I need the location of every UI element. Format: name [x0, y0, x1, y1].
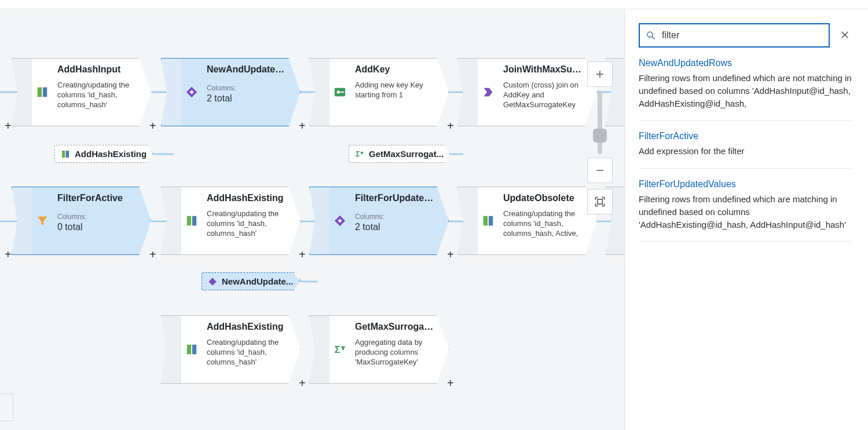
- node-input-stub: [457, 58, 478, 126]
- result-title[interactable]: FilterForActive: [639, 131, 852, 141]
- node-title: NewAndUpdated...: [207, 64, 287, 75]
- result-title[interactable]: NewAndUpdatedRows: [639, 58, 852, 68]
- node-update-obsolete[interactable]: UpdateObsolete Creating/updating the col…: [457, 187, 597, 255]
- result-desc: Add expression for the filter: [639, 145, 852, 158]
- add-branch-button[interactable]: +: [5, 119, 12, 133]
- node-add-hash-input[interactable]: AddHashInput Creating/updating the colum…: [12, 58, 151, 126]
- node-title: AddHashExisting: [207, 322, 287, 332]
- close-icon: [840, 30, 849, 39]
- ref-get-max-surrogate[interactable]: Σ GetMaxSurrogat...: [349, 145, 450, 163]
- exists-icon: [334, 214, 346, 227]
- derived-column-icon: [61, 150, 70, 159]
- node-new-and-updated-rows[interactable]: NewAndUpdated... Columns: 2 total: [161, 58, 301, 126]
- node-title: AddKey: [355, 64, 435, 75]
- svg-marker-21: [341, 347, 345, 351]
- node-title: FilterForUpdatedV...: [355, 193, 435, 203]
- node-desc: Custom (cross) join on AddKey and GetMax…: [503, 81, 584, 110]
- columns-label: Columns:: [57, 213, 138, 221]
- dataflow-canvas[interactable]: AddHashInput Creating/updating the colum…: [0, 9, 625, 430]
- search-icon: [646, 30, 656, 41]
- exists-icon: [185, 86, 198, 99]
- filter-icon: [36, 214, 49, 227]
- node-title: AddHashExisting: [207, 193, 287, 203]
- zoom-out-button[interactable]: [587, 158, 613, 183]
- add-branch-button[interactable]: +: [149, 119, 156, 133]
- node-input-stub: [457, 187, 478, 255]
- node-title: GetMaxSurrogate...: [355, 322, 435, 332]
- search-input[interactable]: [661, 30, 823, 41]
- add-branch-button[interactable]: +: [5, 248, 12, 261]
- svg-point-3: [190, 90, 193, 94]
- node-filter-for-active[interactable]: FilterForActive Columns: 0 total: [12, 187, 151, 255]
- search-result[interactable]: FilterForUpdatedValues Filtering rows fr…: [639, 169, 852, 242]
- svg-marker-10: [360, 152, 363, 155]
- add-branch-button[interactable]: +: [447, 119, 454, 133]
- result-desc: Filtering rows from undefined which are …: [639, 193, 852, 231]
- node-get-max-surrogate[interactable]: Σ GetMaxSurrogate... Aggregating data by…: [309, 315, 449, 384]
- search-box[interactable]: [639, 23, 830, 48]
- node-add-hash-existing-2[interactable]: AddHashExisting Creating/updating the co…: [161, 315, 301, 384]
- svg-marker-15: [208, 278, 216, 285]
- ref-new-and-updated[interactable]: NewAndUpdate...: [202, 272, 299, 290]
- close-panel-button[interactable]: [838, 27, 852, 43]
- node-add-key[interactable]: AddKey Adding new key Key starting from …: [309, 58, 449, 126]
- svg-rect-18: [187, 345, 191, 355]
- node-input-stub: [161, 315, 181, 384]
- node-input-stub: [161, 58, 181, 126]
- node-title: JoinWithMaxSurr...: [503, 64, 584, 75]
- derived-column-icon: [185, 214, 198, 227]
- svg-rect-23: [598, 199, 602, 204]
- node-input-stub: [12, 58, 32, 126]
- svg-rect-19: [192, 345, 196, 355]
- svg-rect-4: [62, 151, 65, 158]
- svg-text:Σ: Σ: [335, 344, 340, 355]
- svg-line-25: [652, 37, 655, 39]
- node-desc: Creating/updating the columns 'id_hash, …: [207, 338, 287, 367]
- fit-screen-icon: [594, 196, 606, 207]
- search-result[interactable]: FilterForActive Add expression for the f…: [639, 121, 852, 169]
- search-result[interactable]: NewAndUpdatedRows Filtering rows from un…: [639, 48, 852, 121]
- aggregate-icon: Σ: [355, 150, 364, 159]
- node-input-stub: [309, 58, 329, 126]
- join-icon: [482, 86, 495, 99]
- zoom-fit-button[interactable]: [587, 189, 613, 214]
- svg-point-7: [337, 90, 340, 94]
- zoom-slider-thumb[interactable]: [593, 129, 607, 143]
- result-title[interactable]: FilterForUpdatedValues: [639, 179, 852, 190]
- node-filter-for-updated-values[interactable]: FilterForUpdatedV... Columns: 2 total: [309, 187, 449, 255]
- svg-point-14: [338, 219, 342, 223]
- node-title: AddHashInput: [57, 64, 138, 75]
- derived-column-icon: [185, 343, 198, 356]
- svg-rect-1: [43, 88, 47, 97]
- add-branch-button[interactable]: +: [447, 248, 454, 261]
- node-title: FilterForActive: [57, 193, 138, 203]
- node-input-stub: [309, 315, 329, 384]
- zoom-in-button[interactable]: [587, 61, 613, 87]
- zoom-slider-track[interactable]: [598, 90, 602, 154]
- svg-text:Σ: Σ: [356, 150, 360, 158]
- ref-add-hash-existing[interactable]: AddHashExisting: [54, 145, 153, 163]
- exists-icon: [208, 277, 217, 286]
- add-branch-button[interactable]: +: [299, 248, 306, 261]
- svg-rect-0: [38, 88, 42, 97]
- svg-rect-17: [489, 216, 493, 226]
- svg-point-24: [647, 32, 653, 37]
- node-add-hash-existing[interactable]: AddHashExisting Creating/updating the co…: [161, 187, 301, 255]
- add-branch-button[interactable]: +: [299, 377, 306, 390]
- svg-rect-5: [66, 151, 69, 158]
- columns-count: 0 total: [57, 222, 138, 232]
- search-panel: NewAndUpdatedRows Filtering rows from un…: [625, 9, 868, 430]
- columns-count: 2 total: [207, 93, 287, 104]
- node-desc: Creating/updating the columns 'id_hash, …: [503, 209, 584, 239]
- add-branch-button[interactable]: +: [299, 119, 306, 133]
- add-branch-button[interactable]: +: [149, 248, 156, 261]
- ref-label: AddHashExisting: [75, 149, 147, 159]
- node-title: UpdateObsolete: [503, 193, 584, 203]
- add-branch-button[interactable]: +: [447, 377, 454, 390]
- zoom-controls: [587, 61, 613, 214]
- minus-icon: [595, 165, 605, 176]
- partial-node-stub: [0, 393, 13, 421]
- node-join-with-max-surrogate[interactable]: JoinWithMaxSurr... Custom (cross) join o…: [457, 58, 597, 126]
- columns-label: Columns:: [355, 213, 435, 221]
- svg-rect-12: [192, 216, 196, 226]
